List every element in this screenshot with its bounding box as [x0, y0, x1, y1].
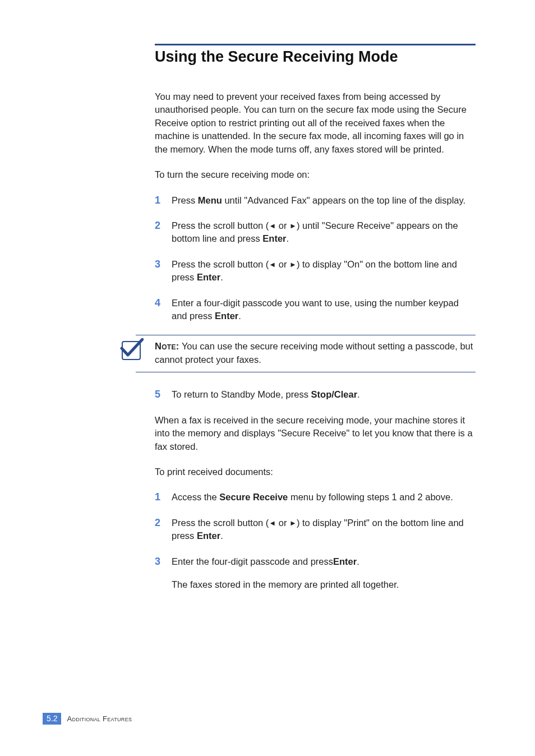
- step-number: 3: [155, 555, 172, 568]
- step-text: Enter a four-digit passcode you want to …: [172, 297, 476, 323]
- note-block: Note: You can use the secure receiving m…: [136, 335, 476, 372]
- lead-in-2: To print received documents:: [155, 465, 476, 478]
- step-number: 2: [155, 517, 172, 529]
- enter-key: Enter: [333, 556, 357, 566]
- step-b2: 2 Press the scroll button (◄ or ►) to di…: [155, 517, 476, 543]
- step-text: Press the scroll button (◄ or ►) until "…: [172, 219, 476, 246]
- step-text: Enter the four-digit passcode and pressE…: [172, 555, 476, 568]
- note-text: You can use the secure receiving mode wi…: [155, 341, 473, 364]
- right-arrow-icon: ►: [289, 519, 297, 527]
- left-arrow-icon: ◄: [269, 519, 276, 527]
- page-number-badge: 5.2: [43, 713, 61, 725]
- page-title: Using the Secure Receiving Mode: [155, 48, 476, 66]
- right-arrow-icon: ►: [289, 222, 297, 230]
- step-number: 1: [155, 491, 172, 504]
- step-text: To return to Standby Mode, press Stop/Cl…: [172, 388, 476, 401]
- after-paragraph: When a fax is received in the secure rec…: [155, 414, 476, 453]
- step-b3: 3 Enter the four-digit passcode and pres…: [155, 555, 476, 568]
- step-result-text: The faxes stored in the memory are print…: [172, 578, 476, 591]
- right-arrow-icon: ►: [289, 260, 297, 269]
- left-arrow-icon: ◄: [269, 260, 276, 269]
- note-content: Note: You can use the secure receiving m…: [136, 335, 476, 372]
- left-arrow-icon: ◄: [269, 222, 276, 230]
- footer-section-title: Additional Features: [67, 714, 132, 723]
- step-a2: 2 Press the scroll button (◄ or ►) until…: [155, 219, 476, 246]
- body-text-continued: 5 To return to Standby Mode, press Stop/…: [155, 388, 476, 591]
- intro-paragraph: You may need to prevent your received fa…: [155, 90, 476, 156]
- step-a5: 5 To return to Standby Mode, press Stop/…: [155, 388, 476, 401]
- step-text: Access the Secure Receive menu by follow…: [172, 491, 476, 504]
- lead-in-1: To turn the secure receiving mode on:: [155, 168, 476, 181]
- step-number: 2: [155, 219, 172, 232]
- step-number: 4: [155, 297, 172, 310]
- step-number: 1: [155, 194, 172, 207]
- enter-key: Enter: [262, 233, 286, 243]
- content-area: Using the Secure Receiving Mode You may …: [59, 44, 476, 592]
- document-page: Using the Secure Receiving Mode You may …: [0, 0, 535, 756]
- enter-key: Enter: [215, 311, 238, 321]
- note-label: Note:: [155, 341, 179, 351]
- step-b3-result: The faxes stored in the memory are print…: [155, 578, 476, 591]
- body-text: You may need to prevent your received fa…: [155, 90, 476, 322]
- step-text: Press the scroll button (◄ or ►) to disp…: [172, 258, 476, 284]
- step-b1: 1 Access the Secure Receive menu by foll…: [155, 491, 476, 504]
- step-a1: 1 Press Menu until "Advanced Fax" appear…: [155, 194, 476, 207]
- menu-key: Menu: [198, 195, 222, 205]
- note-checkmark-icon: [119, 338, 144, 363]
- step-text: Press the scroll button (◄ or ►) to disp…: [172, 517, 476, 543]
- step-number: 3: [155, 258, 172, 271]
- step-text: Press Menu until "Advanced Fax" appears …: [172, 194, 476, 207]
- enter-key: Enter: [197, 272, 220, 282]
- stop-clear-key: Stop/Clear: [311, 389, 358, 399]
- secure-receive-menu: Secure Receive: [219, 492, 288, 502]
- page-footer: 5.2 Additional Features: [43, 713, 132, 725]
- step-a3: 3 Press the scroll button (◄ or ►) to di…: [155, 258, 476, 284]
- enter-key: Enter: [197, 531, 220, 541]
- step-number: 5: [155, 388, 172, 401]
- step-a4: 4 Enter a four-digit passcode you want t…: [155, 297, 476, 323]
- heading-rule: [155, 44, 476, 45]
